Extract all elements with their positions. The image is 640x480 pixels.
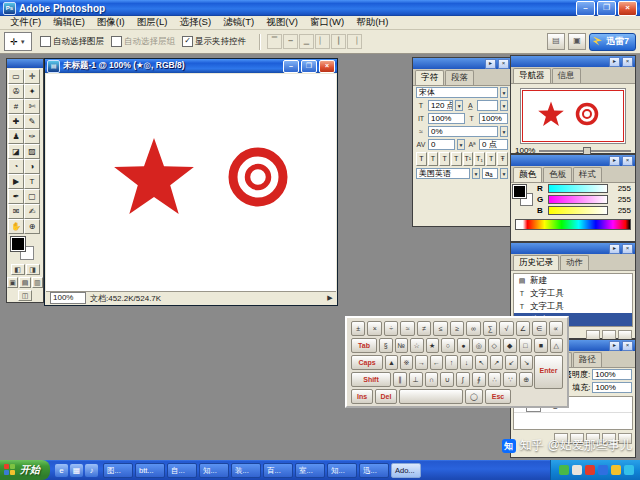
zoom-input[interactable]: 100% <box>50 292 86 304</box>
tool-button[interactable]: ♟ <box>8 129 24 144</box>
kerning-input[interactable]: 0 <box>428 139 455 150</box>
keyboard-key[interactable]: ◯ <box>465 389 483 404</box>
checkbox-icon[interactable] <box>111 36 122 47</box>
close-icon[interactable]: × <box>622 57 633 67</box>
chevron-down-icon[interactable]: ▼ <box>500 100 508 111</box>
keyboard-key[interactable]: ↘ <box>520 355 533 370</box>
tool-button[interactable]: ◑ <box>24 159 40 174</box>
tool-button[interactable]: ✦ <box>24 84 40 99</box>
keyboard-key[interactable]: ⊕ <box>519 372 533 387</box>
keyboard-key[interactable]: № <box>395 338 409 353</box>
keyboard-key[interactable]: ∮ <box>472 372 486 387</box>
tool-button[interactable]: ✑ <box>24 129 40 144</box>
task-button[interactable]: 知... <box>327 463 357 478</box>
task-button[interactable]: 迅... <box>359 463 389 478</box>
menu-item[interactable]: 窗口(W) <box>304 16 350 29</box>
keyboard-key[interactable]: ↓ <box>460 355 473 370</box>
tray-icon[interactable] <box>572 465 582 475</box>
keyboard-key[interactable]: ∥ <box>393 372 407 387</box>
task-button[interactable]: btt... <box>135 463 165 478</box>
menu-item[interactable]: 图层(L) <box>131 16 174 29</box>
tab-paths[interactable]: 路径 <box>573 352 602 367</box>
align-icon[interactable]: ▕ <box>347 34 362 49</box>
show-transform-controls-option[interactable]: ✓ 显示夹持控件 <box>182 36 246 48</box>
keyboard-key[interactable]: ∞ <box>466 321 480 336</box>
blue-channel-value[interactable]: 255 <box>611 206 631 215</box>
opacity-input[interactable]: 100% <box>592 369 632 380</box>
chevron-down-icon[interactable]: ▼ <box>500 87 508 98</box>
tool-button[interactable]: ◔ <box>8 159 24 174</box>
tab-history[interactable]: 历史记录 <box>513 255 559 270</box>
keyboard-key[interactable]: Shift <box>351 372 391 387</box>
type-style-button[interactable]: Ŧ <box>497 152 508 166</box>
task-button[interactable]: 图... <box>103 463 133 478</box>
tray-icon[interactable] <box>559 465 569 475</box>
fill-input[interactable]: 100% <box>592 382 632 393</box>
antialias-select[interactable]: aₐ <box>482 168 498 179</box>
align-icon[interactable]: ▏ <box>315 34 330 49</box>
keyboard-key[interactable]: □ <box>519 338 533 353</box>
close-icon[interactable]: × <box>622 244 633 254</box>
minimize-button[interactable]: – <box>576 1 595 16</box>
chevron-down-icon[interactable]: ▼ <box>500 168 508 179</box>
menu-item[interactable]: 编辑(E) <box>47 16 91 29</box>
navigator-view-box[interactable] <box>522 90 624 142</box>
mask-mode-button[interactable]: ◨ <box>26 264 40 275</box>
type-style-button[interactable]: T <box>428 152 439 166</box>
keyboard-key[interactable]: ◇ <box>488 338 502 353</box>
language-select[interactable]: 美国英语 <box>416 168 470 179</box>
jump-to-imageready-button[interactable]: ◫ <box>18 290 32 301</box>
start-button[interactable]: 开始 <box>0 460 50 480</box>
navigator-thumbnail[interactable] <box>520 88 626 144</box>
menu-item[interactable]: 选择(S) <box>173 16 217 29</box>
tab-navigator[interactable]: 导航器 <box>513 68 551 83</box>
tracking-input[interactable]: 0% <box>428 126 498 137</box>
keyboard-key[interactable]: → <box>415 355 428 370</box>
history-item[interactable]: T 文字工具 <box>514 300 632 313</box>
red-channel-slider[interactable] <box>548 184 608 193</box>
collapse-icon[interactable]: ▸ <box>609 244 620 254</box>
tool-button[interactable]: ✒ <box>8 189 24 204</box>
tab-info[interactable]: 信息 <box>552 68 581 83</box>
font-family-select[interactable]: 宋体 <box>416 87 498 98</box>
keyboard-key[interactable]: ⊥ <box>409 372 423 387</box>
document-canvas[interactable] <box>46 74 336 291</box>
menu-item[interactable]: 滤镜(T) <box>217 16 260 29</box>
keyboard-key[interactable]: ∫ <box>456 372 470 387</box>
checkbox-icon[interactable]: ✓ <box>182 36 193 47</box>
quick-launch-icon[interactable]: ▦ <box>70 464 83 477</box>
collapse-icon[interactable]: ▸ <box>609 341 620 351</box>
keyboard-key[interactable]: ◎ <box>472 338 486 353</box>
keyboard-key[interactable]: × <box>367 321 381 336</box>
font-size-input[interactable]: 120 点 <box>428 100 453 111</box>
tab-styles[interactable]: 样式 <box>573 167 602 182</box>
chevron-down-icon[interactable]: ▼ <box>457 139 465 150</box>
tab-actions[interactable]: 动作 <box>560 255 589 270</box>
close-icon[interactable]: × <box>622 156 633 166</box>
type-style-button[interactable]: T <box>486 152 497 166</box>
keyboard-key[interactable]: ※ <box>400 355 413 370</box>
tool-button[interactable]: ✋ <box>8 219 24 234</box>
align-icon[interactable]: ▔ <box>267 34 282 49</box>
keyboard-key[interactable]: Tab <box>351 338 377 353</box>
keyboard-key[interactable] <box>399 389 463 404</box>
color-palette-titlebar[interactable]: ▸ × <box>511 155 635 166</box>
maximize-button[interactable]: ❐ <box>597 1 616 16</box>
green-channel-slider[interactable] <box>548 195 608 204</box>
tool-button[interactable]: ▨ <box>24 144 40 159</box>
quick-launch-icon[interactable]: ♪ <box>85 464 98 477</box>
tab-paragraph[interactable]: 段落 <box>445 70 474 85</box>
align-icon[interactable]: ┃ <box>331 34 346 49</box>
menu-item[interactable]: 视图(V) <box>260 16 304 29</box>
menu-item[interactable]: 文件(F) <box>4 16 47 29</box>
keyboard-key[interactable]: ± <box>351 321 365 336</box>
tool-button[interactable]: ✎ <box>24 114 40 129</box>
keyboard-key[interactable]: Esc <box>485 389 511 404</box>
foreground-color-swatch[interactable] <box>513 185 526 198</box>
menu-item[interactable]: 帮助(H) <box>350 16 394 29</box>
chevron-down-icon[interactable]: ▼ <box>455 100 463 111</box>
vertical-scale-input[interactable]: 100% <box>428 113 465 124</box>
keyboard-key[interactable]: ÷ <box>384 321 398 336</box>
navigator-zoom-slider[interactable] <box>539 150 631 152</box>
tool-button[interactable]: ◪ <box>8 144 24 159</box>
